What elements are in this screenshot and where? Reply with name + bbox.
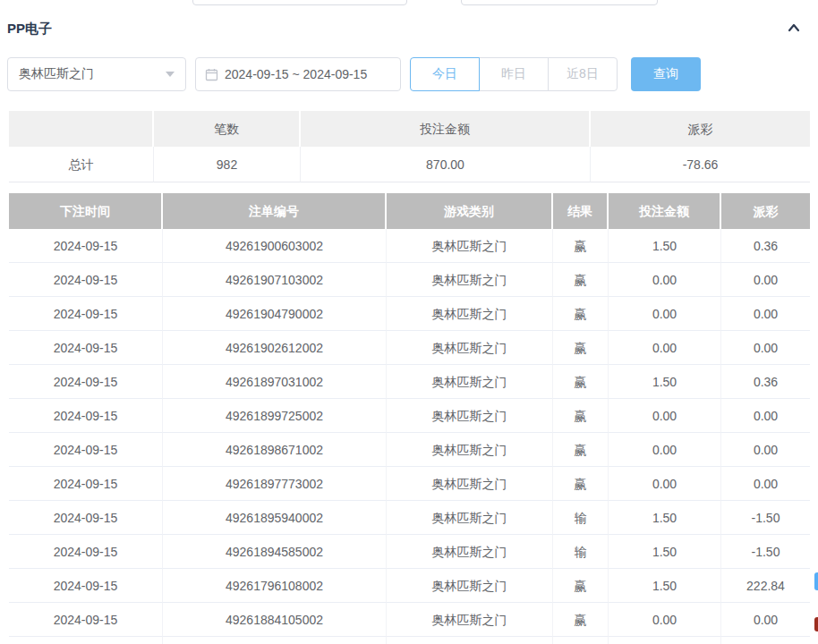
cell-game-category: 奥林匹斯之门: [387, 433, 553, 467]
chevron-up-icon: [786, 20, 802, 39]
date-range-value: 2024-09-15 ~ 2024-09-15: [225, 67, 367, 81]
cell-bet-time: 2024-09-15: [9, 501, 163, 535]
floating-widget-blue-clipped[interactable]: [814, 572, 818, 590]
cell-bet-time: 2024-09-15: [9, 297, 163, 331]
cell-game-category: 奥林匹斯之门: [387, 501, 553, 535]
cell-game-category: 奥林匹斯之门: [387, 535, 553, 569]
cell-bet-time: 2024-09-15: [9, 331, 163, 365]
bet-records-body: 2024-09-15 49261900603002 奥林匹斯之门 赢 1.50 …: [9, 229, 810, 637]
col-header-bet-id: 注单编号: [163, 193, 387, 229]
cell-bet-id: 49261894585002: [163, 535, 387, 569]
cell-game-category: 奥林匹斯之门: [387, 263, 553, 297]
game-select[interactable]: 奥林匹斯之门: [7, 57, 186, 91]
yesterday-button[interactable]: 昨日: [479, 57, 549, 91]
cell-result: 赢: [553, 603, 609, 637]
cell-bet-id: 49261899725002: [163, 399, 387, 433]
cell-game-category: 奥林匹斯之门: [387, 399, 553, 433]
cell-bet-id: 49261897031002: [163, 365, 387, 399]
table-row: 2024-09-15 49261884105002 奥林匹斯之门 赢 0.00 …: [9, 603, 810, 637]
table-row: 2024-09-15 49261899725002 奥林匹斯之门 赢 0.00 …: [9, 399, 810, 433]
cell-result: 赢: [553, 331, 609, 365]
table-row: 2024-09-15 49261894585002 奥林匹斯之门 输 1.50 …: [9, 535, 810, 569]
cell-bet-id: 49261907103002: [163, 263, 387, 297]
table-row-partial: [9, 637, 810, 644]
cell-bet-id: 49261884105002: [163, 603, 387, 637]
summary-header-empty: [9, 111, 154, 147]
cell-game-category: 奥林匹斯之门: [387, 229, 553, 263]
cell-bet-amount: 0.00: [609, 263, 721, 297]
table-row: 2024-09-15 49261897031002 奥林匹斯之门 赢 1.50 …: [9, 365, 810, 399]
cell-game-category: 奥林匹斯之门: [387, 569, 553, 603]
summary-total-row: 总计 982 870.00 -78.66: [9, 147, 810, 182]
cell-payout: 0.00: [721, 297, 810, 331]
cell-bet-id: 49261895940002: [163, 501, 387, 535]
search-button[interactable]: 查询: [631, 57, 701, 91]
calendar-icon: [205, 68, 218, 81]
table-row: 2024-09-15 49261900603002 奥林匹斯之门 赢 1.50 …: [9, 229, 810, 263]
cell-result: 输: [553, 501, 609, 535]
cell-bet-amount: 1.50: [609, 229, 721, 263]
cell-bet-amount: 1.50: [609, 365, 721, 399]
cell-bet-time: 2024-09-15: [9, 229, 163, 263]
table-row: 2024-09-15 49261898671002 奥林匹斯之门 赢 0.00 …: [9, 433, 810, 467]
cell-bet-time: 2024-09-15: [9, 467, 163, 501]
cell-bet-amount: 0.00: [609, 603, 721, 637]
cell-game-category: 奥林匹斯之门: [387, 297, 553, 331]
cell-bet-time: 2024-09-15: [9, 365, 163, 399]
cell-bet-id: 49261902612002: [163, 331, 387, 365]
today-button[interactable]: 今日: [410, 57, 480, 91]
summary-header-payout: 派彩: [591, 111, 810, 147]
pp-electronic-panel: PP电子 奥林匹斯之门 2024-09-15 ~ 2024-09-15 今日 昨…: [0, 0, 818, 644]
col-header-game-category: 游戏类别: [387, 193, 553, 229]
cell-bet-amount: 1.50: [609, 569, 721, 603]
cell-bet-amount: 1.50: [609, 535, 721, 569]
table-row: 2024-09-15 49261904790002 奥林匹斯之门 赢 0.00 …: [9, 297, 810, 331]
cell-bet-id: 49261898671002: [163, 433, 387, 467]
summary-total-label: 总计: [9, 147, 154, 182]
game-select-value: 奥林匹斯之门: [19, 66, 94, 82]
cell-payout: 0.36: [721, 229, 810, 263]
cell-payout: 0.00: [721, 399, 810, 433]
summary-table-header: 笔数 投注金额 派彩: [9, 111, 810, 147]
quick-range-button-group: 今日 昨日 近8日: [410, 57, 618, 91]
cell-result: 赢: [553, 569, 609, 603]
cell-result: 赢: [553, 467, 609, 501]
cell-payout: 0.00: [721, 433, 810, 467]
table-row: 2024-09-15 49261897773002 奥林匹斯之门 赢 0.00 …: [9, 467, 810, 501]
cell-bet-id: 49261904790002: [163, 297, 387, 331]
last-8-days-button[interactable]: 近8日: [548, 57, 618, 91]
summary-total-bet-amount: 870.00: [301, 147, 591, 182]
cell-result: 赢: [553, 399, 609, 433]
cell-payout: 0.00: [721, 331, 810, 365]
cell-game-category: 奥林匹斯之门: [387, 365, 553, 399]
cell-payout: 222.84: [721, 569, 810, 603]
cell-result: 输: [553, 535, 609, 569]
bet-records-header: 下注时间 注单编号 游戏类别 结果 投注金额 派彩: [9, 193, 810, 229]
cell-game-category: 奥林匹斯之门: [387, 331, 553, 365]
cell-bet-amount: 0.00: [609, 467, 721, 501]
cell-game-category: 奥林匹斯之门: [387, 467, 553, 501]
cell-bet-id: 49261897773002: [163, 467, 387, 501]
cell-game-category: 奥林匹斯之门: [387, 603, 553, 637]
table-row: 2024-09-15 49261902612002 奥林匹斯之门 赢 0.00 …: [9, 331, 810, 365]
cell-payout: 0.00: [721, 603, 810, 637]
cell-bet-time: 2024-09-15: [9, 399, 163, 433]
cropped-input-fragment: [192, 0, 407, 5]
col-header-payout: 派彩: [721, 193, 810, 229]
cell-bet-id: 49261796108002: [163, 569, 387, 603]
cell-result: 赢: [553, 433, 609, 467]
date-range-input[interactable]: 2024-09-15 ~ 2024-09-15: [195, 57, 401, 91]
floating-widget-red-clipped[interactable]: [814, 617, 818, 631]
cell-result: 赢: [553, 263, 609, 297]
collapse-panel-button[interactable]: [784, 20, 804, 39]
panel-title: PP电子: [7, 21, 52, 38]
col-header-bet-time: 下注时间: [9, 193, 163, 229]
summary-table: 笔数 投注金额 派彩 总计 982 870.00 -78.66: [9, 111, 810, 182]
cell-bet-time: 2024-09-15: [9, 569, 163, 603]
cell-bet-id: 49261900603002: [163, 229, 387, 263]
cell-bet-time: 2024-09-15: [9, 535, 163, 569]
summary-total-bets: 982: [154, 147, 301, 182]
cell-payout: 0.00: [721, 263, 810, 297]
table-row: 2024-09-15 49261796108002 奥林匹斯之门 赢 1.50 …: [9, 569, 810, 603]
cell-bet-amount: 0.00: [609, 331, 721, 365]
